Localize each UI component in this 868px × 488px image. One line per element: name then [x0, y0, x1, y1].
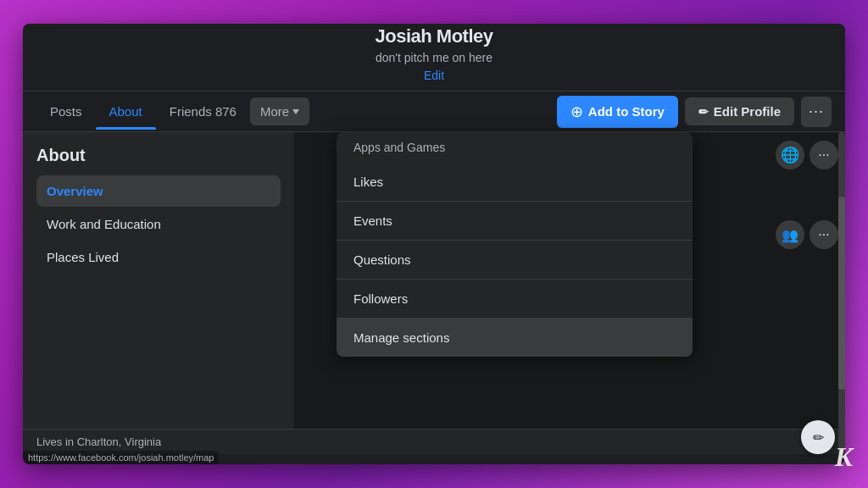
dropdown-item-manage-sections[interactable]: Manage sections	[337, 319, 693, 357]
add-to-story-button[interactable]: ⊕ Add to Story	[557, 96, 678, 128]
profile-edit-link[interactable]: Edit	[424, 69, 444, 82]
dropdown-apps-games: Apps and Games	[337, 132, 693, 163]
add-story-label: Add to Story	[588, 104, 665, 119]
edit-profile-label: Edit Profile	[714, 104, 781, 119]
globe-icon: 🌐	[781, 146, 799, 164]
more-options-button[interactable]: ···	[801, 97, 832, 127]
sidebar: About Overview Work and Education Places…	[23, 132, 294, 454]
sidebar-item-work-education[interactable]: Work and Education	[36, 208, 281, 240]
more-dots-icon-button-top[interactable]: ···	[810, 141, 838, 169]
url-bar: https://www.facebook.com/josiah.motley/m…	[23, 451, 219, 464]
edit-float-icon: ✏	[813, 430, 824, 446]
scrollbar[interactable]	[838, 132, 845, 454]
people-icon-button[interactable]: 👥	[776, 220, 804, 249]
people-icon: 👥	[782, 227, 798, 243]
sidebar-item-places-lived[interactable]: Places Lived	[36, 241, 281, 273]
tab-posts[interactable]: Posts	[36, 94, 96, 129]
edit-profile-button[interactable]: ✏ Edit Profile	[685, 97, 794, 125]
dots-icon-bottom: ···	[818, 227, 829, 242]
tab-about[interactable]: About	[96, 94, 156, 129]
profile-name: Josiah Motley	[23, 25, 845, 47]
globe-icon-button[interactable]: 🌐	[776, 141, 804, 169]
chevron-down-icon	[292, 109, 299, 114]
tab-more[interactable]: More	[250, 97, 309, 125]
dots-icon-top: ···	[818, 147, 829, 163]
dots-icon: ···	[809, 103, 824, 120]
scrollbar-thumb[interactable]	[838, 197, 845, 390]
profile-header: Josiah Motley don't pitch me on here Edi…	[23, 24, 845, 92]
dropdown-item-likes[interactable]: Likes	[337, 163, 693, 202]
watermark: K	[835, 441, 853, 473]
edit-float-button[interactable]: ✏	[801, 420, 835, 454]
plus-icon: ⊕	[570, 103, 583, 121]
sidebar-item-overview[interactable]: Overview	[36, 175, 281, 207]
main-content: About Overview Work and Education Places…	[23, 132, 845, 454]
globe-icon-group: 🌐 ···	[776, 141, 838, 169]
pencil-icon: ✏	[698, 105, 709, 119]
people-icon-group: 👥 ···	[776, 220, 838, 249]
sidebar-title: About	[36, 146, 281, 165]
profile-bio: don't pitch me on here	[23, 51, 845, 64]
tab-friends[interactable]: Friends 876	[156, 94, 250, 129]
more-dots-icon-button-bottom[interactable]: ···	[810, 220, 838, 249]
nav-tabs: Posts About Friends 876 More ⊕ Add to St…	[23, 92, 845, 132]
more-dropdown: Apps and Games Likes Events Questions Fo…	[337, 132, 693, 357]
nav-actions: ⊕ Add to Story ✏ Edit Profile ···	[557, 96, 832, 128]
browser-window: Josiah Motley don't pitch me on here Edi…	[23, 24, 845, 464]
dropdown-item-questions[interactable]: Questions	[337, 241, 693, 280]
dropdown-item-followers[interactable]: Followers	[337, 280, 693, 319]
dropdown-item-events[interactable]: Events	[337, 202, 693, 241]
right-icons: 🌐 ··· 👥 ···	[777, 132, 845, 454]
